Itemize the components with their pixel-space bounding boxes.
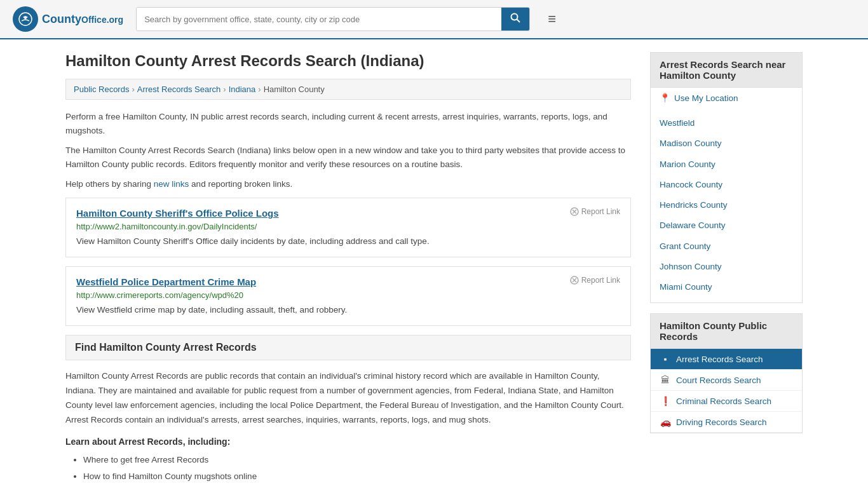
nearby-links: WestfieldMadison CountyMarion CountyHanc… (651, 108, 802, 302)
rec-icon: ▪ (660, 354, 671, 364)
new-links-link[interactable]: new links (154, 179, 189, 189)
nearby-link[interactable]: Westfield (651, 113, 802, 133)
report-link-1[interactable]: Report Link (570, 276, 620, 285)
sidebar: Arrest Records Search near Hamilton Coun… (650, 52, 803, 488)
link-desc-0: View Hamilton County Sheriff's Office da… (76, 235, 620, 248)
svg-point-2 (512, 14, 518, 20)
public-records-links: ▪Arrest Records Search🏛Court Records Sea… (651, 349, 802, 433)
link-desc-1: View Westfield crime map by date, includ… (76, 304, 620, 316)
rec-icon: 🚗 (660, 417, 671, 427)
description-2: The Hamilton County Arrest Records Searc… (65, 144, 631, 171)
public-records-link[interactable]: 🏛Court Records Search (651, 370, 802, 391)
link-title-0[interactable]: Hamilton County Sheriff's Office Police … (76, 208, 279, 219)
page-title: Hamilton County Arrest Records Search (I… (65, 52, 631, 70)
logo-icon (13, 6, 38, 32)
rec-icon: ❗ (660, 396, 671, 406)
location-dot-icon: 📍 (660, 93, 670, 103)
learn-item: Where to get free Arrest Records (83, 452, 631, 468)
public-records-link[interactable]: ❗Criminal Records Search (651, 391, 802, 412)
breadcrumb: Public Records › Arrest Records Search ›… (65, 79, 631, 100)
public-records-title: Hamilton County Public Records (651, 314, 802, 349)
site-header: CountyOffice.org ≡ (0, 0, 868, 39)
nearby-box: Arrest Records Search near Hamilton Coun… (650, 52, 803, 303)
nearby-link[interactable]: Delaware County (651, 215, 802, 236)
learn-heading: Learn about Arrest Records, including: (65, 437, 631, 447)
content-area: Hamilton County Arrest Records Search (I… (65, 52, 631, 488)
learn-item: Are Hamilton County, IN Arrest Records p… (83, 485, 631, 489)
menu-icon[interactable]: ≡ (543, 8, 561, 30)
breadcrumb-public-records[interactable]: Public Records (74, 85, 129, 94)
use-my-location[interactable]: 📍 Use My Location (651, 88, 802, 108)
nearby-link[interactable]: Grant County (651, 236, 802, 257)
find-section-text: Hamilton County Arrest Records are publi… (65, 369, 631, 428)
learn-item: How to find Hamilton County mugshots onl… (83, 468, 631, 485)
description-1: Perform a free Hamilton County, IN publi… (65, 110, 631, 137)
public-records-link[interactable]: ▪Arrest Records Search (651, 349, 802, 370)
search-button[interactable] (501, 8, 529, 30)
public-records-link[interactable]: 🚗Driving Records Search (651, 412, 802, 433)
nearby-link[interactable]: Hendricks County (651, 195, 802, 215)
svg-line-3 (517, 20, 520, 23)
nearby-link[interactable]: Madison County (651, 133, 802, 154)
search-bar (136, 7, 530, 31)
breadcrumb-current: Hamilton County (264, 85, 325, 94)
public-records-box: Hamilton County Public Records ▪Arrest R… (650, 313, 803, 433)
learn-list: Where to get free Arrest RecordsHow to f… (83, 452, 631, 488)
find-section-heading: Find Hamilton County Arrest Records (65, 335, 631, 360)
svg-point-1 (24, 17, 27, 19)
logo-text: CountyOffice.org (42, 13, 123, 26)
description-3: Help others by sharing new links and rep… (65, 177, 631, 191)
breadcrumb-indiana[interactable]: Indiana (229, 85, 256, 94)
link-url-1[interactable]: http://www.crimereports.com/agency/wpd%2… (76, 290, 620, 300)
report-link-0[interactable]: Report Link (570, 207, 620, 216)
nearby-link[interactable]: Miami County (651, 277, 802, 297)
site-logo[interactable]: CountyOffice.org (13, 6, 123, 32)
rec-icon: 🏛 (660, 375, 671, 385)
search-input[interactable] (137, 8, 501, 30)
nearby-title: Arrest Records Search near Hamilton Coun… (651, 53, 802, 88)
link-entries: Hamilton County Sheriff's Office Police … (65, 198, 631, 327)
link-title-1[interactable]: Westfield Police Department Crime Map (76, 276, 256, 287)
main-container: Hamilton County Arrest Records Search (I… (53, 39, 815, 488)
link-url-0[interactable]: http://www2.hamiltoncounty.in.gov/DailyI… (76, 222, 620, 231)
nearby-link[interactable]: Marion County (651, 154, 802, 175)
breadcrumb-arrest-records[interactable]: Arrest Records Search (137, 85, 221, 94)
link-entry: Hamilton County Sheriff's Office Police … (65, 198, 631, 257)
nearby-link[interactable]: Hancock County (651, 175, 802, 195)
nearby-link[interactable]: Johnson County (651, 257, 802, 277)
link-entry: Westfield Police Department Crime Map Re… (65, 266, 631, 326)
